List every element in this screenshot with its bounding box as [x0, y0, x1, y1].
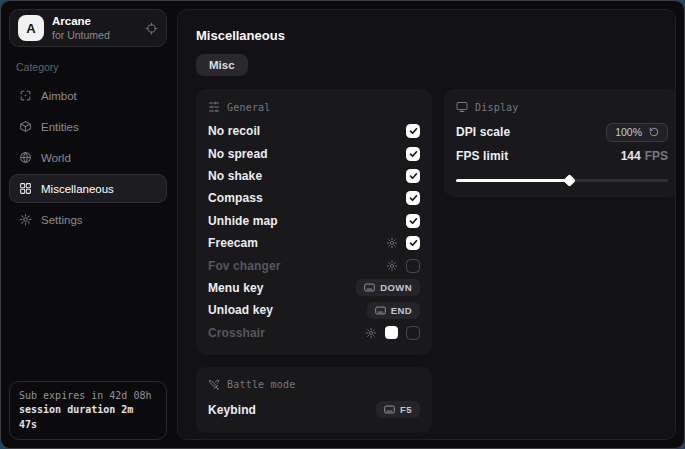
setting-label: Compass: [208, 191, 263, 205]
setting-label: No spread: [208, 147, 268, 161]
gear-icon[interactable]: [386, 237, 398, 249]
display-panel: Display DPI scale 100%: [444, 89, 676, 197]
check-icon: [409, 172, 418, 180]
left-column: General No recoil No spread No shake: [196, 89, 432, 433]
sidebar-nav: Aimbot Entities Wo: [9, 81, 167, 236]
fps-number: 144: [621, 149, 641, 163]
setting-label: Keybind: [208, 403, 256, 417]
fov-changer-checkbox[interactable]: [406, 259, 420, 273]
setting-row-unhide-map: Unhide map: [208, 210, 420, 232]
freecam-checkbox[interactable]: [406, 236, 420, 250]
setting-row-no-shake: No shake: [208, 165, 420, 187]
session-duration-text: session duration 2m 47s: [19, 403, 157, 432]
keyboard-icon: [384, 405, 395, 414]
setting-row-dpi-scale: DPI scale 100%: [456, 120, 668, 144]
rotate-ccw-icon[interactable]: [649, 127, 659, 137]
app-window: A Arcane for Untumed Category: [0, 0, 685, 449]
gear-icon[interactable]: [386, 260, 398, 272]
world-globe-icon: [19, 151, 32, 164]
crosshair-color-swatch[interactable]: [385, 326, 398, 339]
setting-label: FPS limit: [456, 149, 508, 163]
sidebar-item-settings[interactable]: Settings: [9, 205, 167, 234]
page-title: Miscellaneous: [196, 28, 665, 43]
keyboard-icon: [364, 283, 375, 292]
monitor-icon: [456, 101, 468, 113]
sub-expiry-text: Sub expires in 42d 08h: [19, 389, 157, 404]
unhide-map-checkbox[interactable]: [406, 214, 420, 228]
sidebar-item-label: World: [41, 152, 71, 164]
gear-icon[interactable]: [365, 327, 377, 339]
no-spread-checkbox[interactable]: [406, 147, 420, 161]
tab-bar: Misc: [196, 54, 665, 76]
no-recoil-checkbox[interactable]: [406, 124, 420, 138]
key-label: F5: [400, 404, 412, 415]
battle-mode-panel-header: Battle mode: [208, 379, 420, 391]
dpi-scale-value: 100%: [615, 126, 642, 138]
sidebar-item-miscellaneous[interactable]: Miscellaneous: [9, 174, 167, 203]
setting-row-menu-key: Menu key DOWN: [208, 277, 420, 299]
miscellaneous-grid-icon: [19, 182, 32, 195]
subscription-info-card: Sub expires in 42d 08h session duration …: [9, 381, 167, 441]
fps-limit-slider[interactable]: [456, 174, 668, 186]
setting-label: Unhide map: [208, 214, 278, 228]
setting-label: Crosshair: [208, 326, 265, 340]
setting-row-no-spread: No spread: [208, 142, 420, 164]
setting-label: Fov changer: [208, 259, 280, 273]
compass-checkbox[interactable]: [406, 191, 420, 205]
unload-key-binding[interactable]: END: [367, 302, 420, 319]
sliders-icon: [208, 101, 220, 113]
app-meta: Arcane for Untumed: [52, 15, 110, 40]
setting-row-freecam: Freecam: [208, 232, 420, 254]
app-header-card: A Arcane for Untumed: [9, 9, 167, 47]
crosshair-checkbox[interactable]: [406, 326, 420, 340]
settings-gear-icon: [19, 213, 32, 226]
setting-row-fps-limit: FPS limit 144FPS: [456, 144, 668, 168]
avatar: A: [18, 15, 44, 41]
general-panel-title: General: [227, 102, 271, 113]
setting-label: DPI scale: [456, 125, 510, 139]
menu-key-binding[interactable]: DOWN: [356, 279, 420, 296]
sidebar-item-aimbot[interactable]: Aimbot: [9, 81, 167, 110]
keyboard-icon: [375, 306, 386, 315]
fps-unit: FPS: [645, 149, 668, 163]
sidebar-item-world[interactable]: World: [9, 143, 167, 172]
sidebar-item-label: Aimbot: [41, 90, 77, 102]
sidebar-item-entities[interactable]: Entities: [9, 112, 167, 141]
battle-mode-panel-title: Battle mode: [227, 379, 295, 390]
check-icon: [409, 150, 418, 158]
swords-icon: [208, 379, 220, 391]
setting-label: Unload key: [208, 303, 273, 317]
no-shake-checkbox[interactable]: [406, 169, 420, 183]
main-panel: Miscellaneous Misc General: [177, 9, 676, 440]
general-panel-header: General: [208, 101, 420, 113]
dpi-scale-control[interactable]: 100%: [606, 123, 668, 142]
aimbot-scan-icon: [19, 89, 32, 102]
setting-label: No shake: [208, 169, 262, 183]
app-name: Arcane: [52, 15, 110, 28]
sidebar: A Arcane for Untumed Category: [1, 1, 175, 448]
page: A Arcane for Untumed Category: [0, 0, 685, 449]
key-label: END: [391, 305, 412, 316]
sidebar-item-label: Settings: [41, 214, 83, 226]
setting-row-crosshair: Crosshair: [208, 322, 420, 344]
app-subtitle: for Untumed: [52, 29, 110, 41]
category-label: Category: [16, 61, 167, 73]
battle-mode-key-binding[interactable]: F5: [376, 401, 420, 418]
check-icon: [409, 194, 418, 202]
slider-fill: [456, 179, 570, 182]
sidebar-item-label: Entities: [41, 121, 79, 133]
entities-box-icon: [19, 120, 32, 133]
check-icon: [409, 239, 418, 247]
setting-row-compass: Compass: [208, 187, 420, 209]
fps-limit-value: 144FPS: [621, 149, 668, 163]
right-column: Display DPI scale 100%: [444, 89, 676, 197]
setting-row-fov-changer: Fov changer: [208, 254, 420, 276]
slider-thumb[interactable]: [564, 174, 577, 187]
general-panel: General No recoil No spread No shake: [196, 89, 432, 355]
display-panel-title: Display: [475, 102, 519, 113]
key-label: DOWN: [380, 282, 412, 293]
setting-label: Freecam: [208, 236, 258, 250]
crosshair-icon[interactable]: [145, 22, 158, 35]
tab-misc[interactable]: Misc: [196, 54, 248, 76]
display-panel-header: Display: [456, 101, 668, 113]
